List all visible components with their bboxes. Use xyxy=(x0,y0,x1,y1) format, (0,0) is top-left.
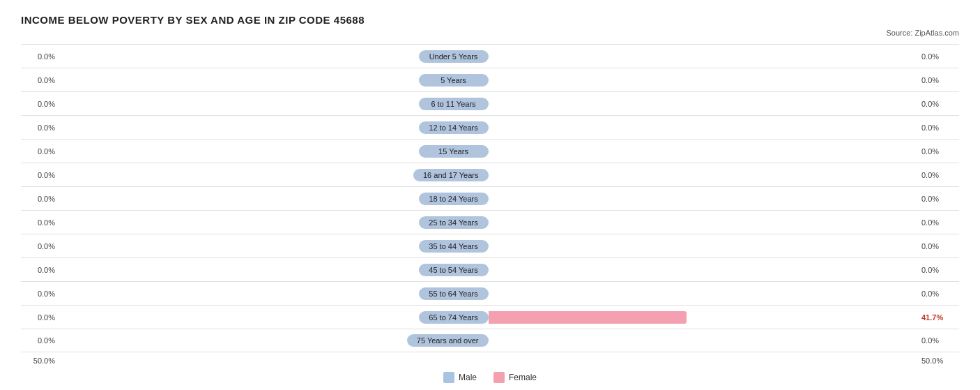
label-pill: 16 and 17 Years xyxy=(413,169,489,181)
source-label: Source: ZipAtlas.com xyxy=(21,29,959,37)
left-value: 0.0% xyxy=(21,100,59,108)
bar-left-area: 65 to 74 Years xyxy=(59,310,489,325)
bar-left-area: 25 to 34 Years xyxy=(59,215,489,230)
label-pill: 35 to 44 Years xyxy=(419,240,489,253)
bar-container: 65 to 74 Years xyxy=(59,306,917,329)
bar-right-area xyxy=(489,262,918,278)
chart-area: 0.0% Under 5 Years 0.0% 0.0% xyxy=(21,44,959,352)
right-value: 0.0% xyxy=(917,123,959,132)
right-value: 0.0% xyxy=(917,266,959,274)
left-value: 0.0% xyxy=(21,76,59,84)
female-swatch xyxy=(493,372,505,383)
axis-left-label: 50.0% xyxy=(21,357,59,365)
bar-right-area xyxy=(489,310,918,325)
label-pill: Under 5 Years xyxy=(419,50,489,63)
bar-left-area: 55 to 64 Years xyxy=(59,286,489,301)
bar-wrap: 16 and 17 Years xyxy=(59,167,917,183)
bar-left-area: 16 and 17 Years xyxy=(59,167,489,183)
table-row: 0.0% 12 to 14 Years 0.0% xyxy=(21,115,959,139)
right-value: 0.0% xyxy=(917,290,959,298)
bar-wrap: 5 Years xyxy=(59,73,917,88)
bar-container: 35 to 44 Years xyxy=(59,234,917,257)
bar-wrap: 18 to 24 Years xyxy=(59,191,917,207)
left-value: 0.0% xyxy=(21,242,59,250)
bar-right-area xyxy=(489,73,918,88)
table-row: 0.0% 25 to 34 Years 0.0% xyxy=(21,210,959,234)
label-pill: 75 Years and over xyxy=(407,334,489,347)
bar-wrap: 35 to 44 Years xyxy=(59,239,917,254)
table-row: 0.0% Under 5 Years 0.0% xyxy=(21,44,959,68)
bar-wrap: 55 to 64 Years xyxy=(59,286,917,301)
table-row: 0.0% 55 to 64 Years 0.0% xyxy=(21,281,959,305)
legend-female: Female xyxy=(493,372,537,383)
right-value: 0.0% xyxy=(917,76,959,84)
legend-male-label: Male xyxy=(459,373,477,382)
bar-container: 5 Years xyxy=(59,68,917,91)
bar-right-area xyxy=(489,49,918,64)
left-value: 0.0% xyxy=(21,336,59,345)
bar-left-area: 15 Years xyxy=(59,144,489,159)
label-pill: 5 Years xyxy=(419,74,489,87)
right-value: 0.0% xyxy=(917,52,959,61)
bar-container: 6 to 11 Years xyxy=(59,92,917,115)
right-value: 0.0% xyxy=(917,218,959,227)
right-value: 0.0% xyxy=(917,147,959,156)
left-value: 0.0% xyxy=(21,218,59,227)
right-value: 41.7% xyxy=(917,313,959,322)
label-pill: 18 to 24 Years xyxy=(419,193,489,205)
bar-wrap: Under 5 Years xyxy=(59,49,917,64)
axis-right-label: 50.0% xyxy=(917,357,959,365)
bar-right-area xyxy=(489,286,918,301)
bar-container: 45 to 54 Years xyxy=(59,258,917,281)
axis-row: 50.0% 50.0% xyxy=(21,357,959,365)
bar-container: 15 Years xyxy=(59,140,917,163)
table-row: 0.0% 45 to 54 Years 0.0% xyxy=(21,257,959,281)
bar-container: Under 5 Years xyxy=(59,45,917,68)
label-pill: 12 to 14 Years xyxy=(419,121,489,134)
table-row: 0.0% 5 Years 0.0% xyxy=(21,68,959,91)
bar-left-area: 45 to 54 Years xyxy=(59,262,489,278)
table-row: 0.0% 65 to 74 Years 41.7% xyxy=(21,305,959,329)
legend-male: Male xyxy=(443,372,477,383)
bar-right-area xyxy=(489,239,918,254)
bar-container: 16 and 17 Years xyxy=(59,163,917,186)
left-value: 0.0% xyxy=(21,290,59,298)
bar-left-area: 5 Years xyxy=(59,73,489,88)
bar-left-area: 12 to 14 Years xyxy=(59,120,489,135)
bar-right-area xyxy=(489,215,918,230)
table-row: 0.0% 18 to 24 Years 0.0% xyxy=(21,186,959,210)
chart-title: INCOME BELOW POVERTY BY SEX AND AGE IN Z… xyxy=(21,14,959,26)
left-value: 0.0% xyxy=(21,147,59,156)
label-pill: 6 to 11 Years xyxy=(419,98,489,110)
left-value: 0.0% xyxy=(21,123,59,132)
bar-wrap: 6 to 11 Years xyxy=(59,96,917,112)
table-row: 0.0% 6 to 11 Years 0.0% xyxy=(21,91,959,115)
right-value: 0.0% xyxy=(917,100,959,108)
male-swatch xyxy=(443,372,454,383)
bar-container: 55 to 64 Years xyxy=(59,282,917,305)
label-pill: 25 to 34 Years xyxy=(419,216,489,229)
bar-wrap: 65 to 74 Years xyxy=(59,310,917,325)
left-value: 0.0% xyxy=(21,313,59,322)
table-row: 0.0% 15 Years 0.0% xyxy=(21,139,959,163)
label-pill: 55 to 64 Years xyxy=(419,287,489,300)
bar-wrap: 12 to 14 Years xyxy=(59,120,917,135)
right-value: 0.0% xyxy=(917,336,959,345)
bar-right-area xyxy=(489,191,918,207)
bar-container: 25 to 34 Years xyxy=(59,211,917,234)
bar-container: 75 Years and over xyxy=(59,329,917,352)
left-value: 0.0% xyxy=(21,171,59,179)
bar-right-area xyxy=(489,144,918,159)
bar-wrap: 75 Years and over xyxy=(59,333,917,348)
legend-female-label: Female xyxy=(509,373,537,382)
right-value: 0.0% xyxy=(917,242,959,250)
right-value: 0.0% xyxy=(917,195,959,203)
right-value: 0.0% xyxy=(917,171,959,179)
bar-left-area: Under 5 Years xyxy=(59,49,489,64)
left-value: 0.0% xyxy=(21,266,59,274)
table-row: 0.0% 16 and 17 Years 0.0% xyxy=(21,163,959,186)
bar-female xyxy=(489,311,687,324)
table-row: 0.0% 75 Years and over 0.0% xyxy=(21,329,959,352)
label-pill: 65 to 74 Years xyxy=(419,311,489,324)
legend: Male Female xyxy=(21,372,959,383)
